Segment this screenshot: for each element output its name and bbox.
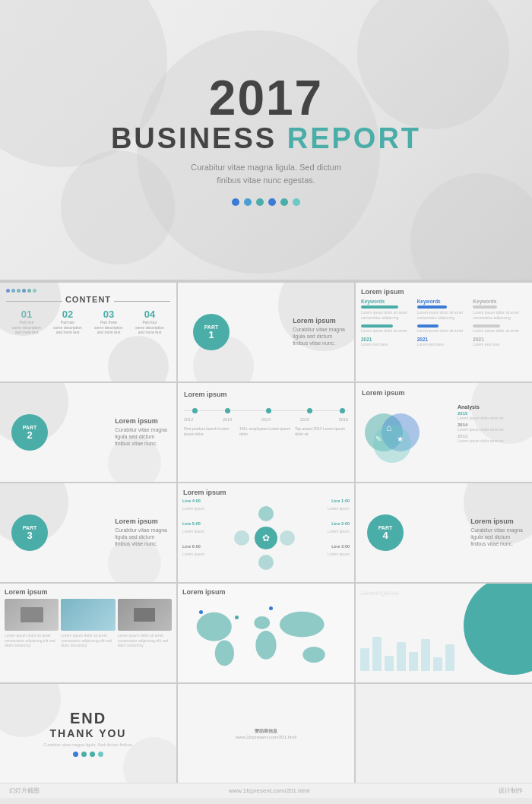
business-word: BUSINESS — [111, 122, 277, 154]
slide-worldmap[interactable]: Lorem ipsum — [178, 584, 354, 682]
world-map-container — [185, 599, 347, 679]
photo-1 — [5, 599, 59, 631]
hero-title: BUSINESS REPORT — [111, 122, 421, 155]
photo-3 — [118, 599, 172, 631]
slide-attribution[interactable]: 赞助商信息 www.1fzpresent.com/201.html — [178, 684, 354, 783]
hero-dot — [293, 198, 300, 206]
svg-point-0 — [197, 612, 232, 641]
photo-2 — [61, 599, 115, 631]
hero-content: 2017 BUSINESS REPORT Curabitur vitae mag… — [111, 74, 421, 206]
end-caption: Curabitur vitae magna ligula. Sed dictum… — [43, 742, 133, 747]
bg-shape-4 — [410, 173, 532, 281]
slide-blank — [356, 684, 532, 783]
slide-part3[interactable]: PART 3 Lorem ipsum Curabitur vitae magna… — [0, 483, 176, 582]
svg-point-2 — [254, 616, 270, 629]
slide-content[interactable]: CONTENT 01 Part onesome descriptionand m… — [0, 283, 176, 381]
bar-chart — [360, 633, 527, 671]
svg-point-5 — [302, 647, 325, 663]
slide-photos[interactable]: Lorem ipsum Lorem ipsum dolor sit amet c… — [0, 584, 176, 682]
bg-shape — [108, 336, 169, 381]
hero-subtitle: Curabitur vitae magna ligula. Sed dictum… — [111, 161, 421, 186]
slide-timeline[interactable]: Lorem ipsum 2012 2013 2014 2015 2016 Fir… — [178, 383, 354, 482]
world-map-svg — [185, 599, 347, 679]
hero-slide: 2017 BUSINESS REPORT Curabitur vitae mag… — [0, 0, 532, 281]
footer-left: 幻灯片截图 — [9, 787, 40, 795]
part1-circle: PART 1 — [193, 314, 230, 350]
part1-text: Lorem ipsum Curabitur vitae magnaligula … — [293, 317, 345, 347]
slide-keywords[interactable]: Lorem ipsum Keywords Lorem ipsum dolor s… — [356, 283, 532, 381]
slide-part4[interactable]: PART 4 Lorem ipsum Curabitur vitae magna… — [356, 483, 532, 582]
slide-part1[interactable]: PART 1 Lorem ipsum Curabitur vitae magna… — [178, 283, 354, 381]
footer-url: www.1fzpresent.com/201.html — [229, 787, 310, 794]
slide-radial[interactable]: Lorem ipsum ✿ Line 4:00 Lorem ipsum Line… — [178, 483, 354, 582]
end-subtitle: THANK YOU — [43, 727, 133, 739]
hero-dot — [244, 198, 252, 206]
footer: 幻灯片截图 www.1fzpresent.com/201.html 设计制作 — [0, 783, 532, 798]
slide-grid: CONTENT 01 Part onesome descriptionand m… — [0, 281, 532, 783]
hero-dot — [256, 198, 264, 206]
content-item-3: 03 Part threesome descriptionand more te… — [94, 309, 123, 335]
svg-point-4 — [280, 612, 325, 638]
venn-diagram: ⌂ ✎ ★ — [365, 406, 433, 459]
report-word: REPORT — [287, 122, 421, 154]
hero-dots — [111, 198, 421, 206]
hero-dot — [280, 198, 288, 206]
slide-venn[interactable]: Lorem ipsum ⌂ ✎ ★ Analysis 2015 Lorem ip… — [356, 383, 532, 482]
svg-point-1 — [215, 641, 234, 666]
slide-part2[interactable]: PART 2 Lorem ipsum Curabitur vitae magna… — [0, 383, 176, 482]
end-dots — [43, 752, 133, 757]
content-item-4: 04 Part foursome descriptionand more tex… — [135, 309, 164, 335]
content-label: CONTENT — [65, 295, 111, 304]
slide-end[interactable]: END THANK YOU Curabitur vitae magna ligu… — [0, 684, 176, 783]
slide-barchart[interactable]: Lorem ipsum — [356, 584, 532, 682]
end-title: END — [43, 710, 133, 727]
hero-dot — [232, 198, 239, 206]
svg-point-3 — [255, 631, 276, 660]
hero-year: 2017 — [111, 74, 421, 122]
footer-right: 设计制作 — [499, 787, 523, 795]
hero-dot — [268, 198, 276, 206]
